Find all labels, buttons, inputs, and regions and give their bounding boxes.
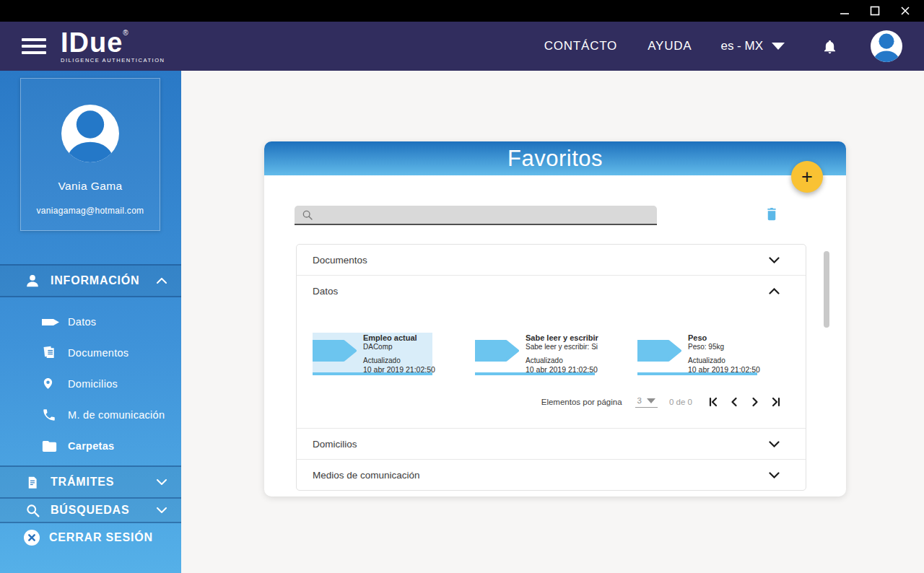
sidebar: Vania Gama vaniagamag@hotmail.com INFORM… — [0, 71, 181, 573]
profile-email: vaniagamag@hotmail.com — [37, 206, 144, 216]
previous-page-icon — [729, 397, 739, 407]
chevron-down-icon — [769, 441, 780, 447]
logout-label: CERRAR SESIÓN — [49, 531, 153, 544]
scrollbar-thumb[interactable] — [824, 251, 829, 328]
favorite-card-empleo[interactable]: Empleo actual DAComp Actualizado 10 abr … — [313, 333, 432, 375]
favorite-updated-label: Actualizado — [688, 357, 757, 365]
sidebar-item-datos[interactable]: Datos — [0, 306, 181, 337]
chevron-down-icon — [769, 257, 780, 263]
chevron-down-icon — [769, 472, 780, 478]
app-header-left: IDue ® DILIGENCE AUTHENTICATION — [22, 29, 165, 64]
window-titlebar — [0, 0, 924, 22]
sidebar-section-label: BÚSQUEDAS — [51, 504, 157, 517]
person-icon — [23, 273, 42, 289]
sidebar-section-label: TRÁMITES — [51, 476, 157, 489]
favorite-updated-label: Actualizado — [363, 357, 432, 365]
favorites-panel: Favoritos + Documentos Datos — [264, 141, 846, 497]
sidebar-item-carpetas[interactable]: Carpetas — [0, 430, 181, 461]
favorite-arrow-icon — [313, 340, 357, 364]
sidebar-item-label: Documentos — [68, 347, 128, 359]
favorite-updated-label: Actualizado — [526, 357, 595, 365]
accordion-row-medios[interactable]: Medios de comunicación — [297, 459, 806, 490]
next-page-button[interactable] — [750, 397, 760, 407]
sidebar-section-busquedas[interactable]: BÚSQUEDAS — [0, 499, 181, 523]
next-page-icon — [750, 397, 760, 407]
chevron-down-icon — [772, 43, 785, 50]
tag-arrow-icon — [42, 318, 62, 326]
first-page-button[interactable] — [708, 397, 718, 407]
favorites-accordion: Documentos Datos Empleo act — [296, 244, 806, 491]
sidebar-item-domicilios[interactable]: Domicilios — [0, 368, 181, 399]
chevron-down-icon — [157, 507, 167, 513]
menu-button[interactable] — [22, 38, 46, 54]
favorite-card-peso[interactable]: Peso Peso: 95kg Actualizado 10 abr 2019 … — [637, 333, 757, 375]
favorite-subtitle: Sabe leer y escribir: Si — [526, 343, 595, 351]
datos-section-body: Empleo actual DAComp Actualizado 10 abr … — [297, 307, 806, 428]
sidebar-item-comunicacion[interactable]: M. de comunicación — [0, 399, 181, 430]
favorite-card-text: Empleo actual DAComp Actualizado 10 abr … — [363, 333, 432, 375]
delete-favorites-button[interactable] — [765, 206, 778, 224]
chevron-up-icon — [157, 278, 167, 284]
accordion-row-datos[interactable]: Datos — [297, 276, 806, 307]
main-area: Favoritos + Documentos Datos — [181, 71, 924, 573]
favorite-title: Peso — [688, 333, 757, 343]
first-page-icon — [708, 397, 718, 407]
favorites-banner: Favoritos — [264, 141, 846, 175]
sidebar-item-label: Datos — [68, 316, 96, 328]
avatar-icon — [871, 30, 902, 62]
sidebar-section-label: INFORMACIÓN — [51, 274, 157, 287]
sidebar-item-documentos[interactable]: Documentos — [0, 337, 181, 368]
accordion-row-domicilios[interactable]: Domicilios — [297, 428, 806, 459]
profile-avatar-icon — [61, 105, 119, 162]
brand-tagline: DILIGENCE AUTHENTICATION — [61, 58, 165, 64]
brand-logo: IDue ® DILIGENCE AUTHENTICATION — [61, 29, 165, 64]
minimize-icon — [840, 6, 850, 16]
favorite-title: Empleo actual — [363, 333, 432, 343]
search-input[interactable] — [319, 209, 657, 220]
help-link[interactable]: AYUDA — [648, 39, 692, 53]
brand-name: IDue — [61, 29, 123, 56]
profile-name: Vania Gama — [58, 180, 122, 193]
accordion-row-documentos[interactable]: Documentos — [297, 245, 806, 276]
documents-icon — [42, 345, 62, 360]
notifications-button[interactable] — [822, 38, 837, 55]
chevron-down-icon — [157, 479, 167, 485]
registered-mark: ® — [123, 30, 128, 37]
add-favorite-button[interactable]: + — [791, 161, 823, 193]
favorite-title: Sabe leer y escribir — [526, 333, 595, 343]
phone-icon — [42, 408, 62, 422]
accordion-label: Domicilios — [313, 439, 357, 450]
favorite-cards-row: Empleo actual DAComp Actualizado 10 abr … — [313, 333, 790, 375]
maximize-icon — [870, 6, 880, 16]
pagination: Elementos por página 3 0 de 0 — [313, 396, 790, 408]
last-page-button[interactable] — [771, 397, 781, 407]
per-page-select[interactable]: 3 — [635, 396, 658, 408]
last-page-icon — [771, 397, 781, 407]
logout-button[interactable]: CERRAR SESIÓN — [0, 523, 181, 552]
folder-icon — [42, 439, 62, 452]
contact-link[interactable]: CONTÁCTO — [544, 39, 617, 53]
app-header: IDue ® DILIGENCE AUTHENTICATION CONTÁCTO… — [0, 22, 924, 71]
close-icon — [900, 6, 910, 16]
previous-page-button[interactable] — [729, 397, 739, 407]
close-button[interactable] — [899, 5, 911, 17]
user-avatar-button[interactable] — [871, 30, 902, 62]
language-value: es - MX — [720, 39, 763, 53]
sidebar-section-tramites[interactable]: TRÁMITES — [0, 465, 181, 499]
chevron-up-icon — [769, 288, 780, 294]
minimize-button[interactable] — [839, 5, 850, 17]
favorite-updated-time: 10 abr 2019 21:02:50 — [363, 365, 432, 375]
sidebar-item-label: M. de comunicación — [68, 409, 165, 421]
language-selector[interactable]: es - MX — [720, 39, 785, 53]
accordion-label: Documentos — [313, 255, 367, 266]
maximize-button[interactable] — [869, 5, 881, 17]
accordion-label: Datos — [313, 286, 338, 297]
location-pin-icon — [42, 376, 62, 391]
favorite-updated-time: 10 abr 2019 21:02:50 — [526, 365, 595, 375]
search-icon — [302, 209, 313, 221]
favorite-card-text: Peso Peso: 95kg Actualizado 10 abr 2019 … — [688, 333, 757, 375]
favorite-card-sabe-leer[interactable]: Sabe leer y escribir Sabe leer y escribi… — [475, 333, 595, 375]
favorite-arrow-icon — [637, 340, 681, 364]
document-icon — [23, 475, 42, 490]
sidebar-section-informacion[interactable]: INFORMACIÓN — [0, 264, 181, 297]
